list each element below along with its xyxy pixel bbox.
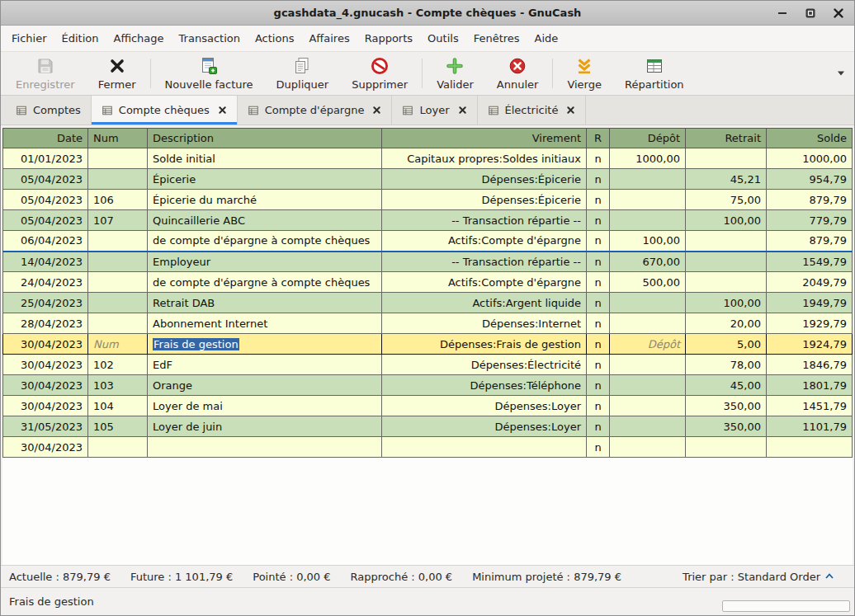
cell-r[interactable]: n <box>587 355 610 375</box>
cell-r[interactable]: n <box>587 190 610 210</box>
register-row[interactable]: 28/04/2023Abonnement InternetDépenses:In… <box>3 313 853 334</box>
cell-retrait[interactable] <box>686 148 767 169</box>
cell-solde[interactable]: 1846,79 <box>767 355 853 375</box>
cell-retrait[interactable]: 350,00 <box>686 396 767 416</box>
cell-solde[interactable]: 779,79 <box>767 210 853 231</box>
cell-solde[interactable]: 2049,79 <box>767 272 853 293</box>
cell-date[interactable]: 06/04/2023 <box>3 231 88 252</box>
cell-depot[interactable]: 670,00 <box>610 252 686 272</box>
cell-description[interactable]: Employeur <box>148 252 382 272</box>
cell-num[interactable]: 107 <box>88 210 148 231</box>
cell-solde[interactable]: 1451,79 <box>767 396 853 416</box>
cell-depot[interactable] <box>610 437 686 458</box>
cell-virement[interactable]: Dépenses:Téléphone <box>382 375 587 396</box>
cell-r[interactable]: n <box>587 210 610 231</box>
cell-description[interactable]: Frais de gestion <box>148 334 382 355</box>
cell-description[interactable]: de compte d'épargne à compte chèques <box>148 231 382 252</box>
cell-description[interactable]: Loyer de juin <box>148 416 382 437</box>
cell-description[interactable]: Abonnement Internet <box>148 313 382 334</box>
cell-description[interactable]: Retrait DAB <box>148 293 382 313</box>
register-row[interactable]: 30/04/2023104Loyer de maiDépenses:Loyern… <box>3 396 853 416</box>
cell-description[interactable]: Solde initial <box>148 148 382 169</box>
cell-num[interactable]: 102 <box>88 355 148 375</box>
cell-depot[interactable]: 1000,00 <box>610 148 686 169</box>
cell-num[interactable]: 104 <box>88 396 148 416</box>
cell-r[interactable]: n <box>587 148 610 169</box>
cell-num[interactable] <box>88 148 148 169</box>
cell-retrait[interactable]: 20,00 <box>686 313 767 334</box>
register-row[interactable]: 30/04/2023n <box>3 437 853 458</box>
cell-virement[interactable]: Dépenses:Loyer <box>382 416 587 437</box>
cell-r[interactable]: n <box>587 169 610 190</box>
repartition-button[interactable]: Répartition <box>613 52 696 95</box>
cell-depot[interactable] <box>610 416 686 437</box>
cell-date[interactable]: 31/05/2023 <box>3 416 88 437</box>
titlebar[interactable]: gcashdata_4.gnucash - Compte chèques - G… <box>1 1 854 26</box>
maximize-icon[interactable] <box>803 6 818 21</box>
cell-description[interactable]: Loyer de mai <box>148 396 382 416</box>
tab-compte-d-epargne[interactable]: Compte d'épargne <box>238 96 393 125</box>
cell-depot[interactable] <box>610 169 686 190</box>
cell-r[interactable]: n <box>587 396 610 416</box>
tab-compte-cheques[interactable]: Compte chèques <box>92 96 238 125</box>
cell-retrait[interactable] <box>686 252 767 272</box>
cell-solde[interactable]: 1949,79 <box>767 293 853 313</box>
cell-description[interactable]: Quincaillerie ABC <box>148 210 382 231</box>
cell-virement[interactable] <box>382 437 587 458</box>
cell-date[interactable]: 25/04/2023 <box>3 293 88 313</box>
cell-retrait[interactable]: 5,00 <box>686 334 767 355</box>
menu-fenetres[interactable]: Fenêtres <box>466 27 527 49</box>
cell-date[interactable]: 30/04/2023 <box>3 437 88 458</box>
vierge-button[interactable]: Vierge <box>555 52 613 95</box>
cell-description[interactable]: Orange <box>148 375 382 396</box>
cell-date[interactable]: 30/04/2023 <box>3 334 88 355</box>
cell-solde[interactable]: 1801,79 <box>767 375 853 396</box>
cell-solde[interactable]: 1929,79 <box>767 313 853 334</box>
cell-virement[interactable]: -- Transaction répartie -- <box>382 210 587 231</box>
register-row[interactable]: 31/05/2023105Loyer de juinDépenses:Loyer… <box>3 416 853 437</box>
menu-aide[interactable]: Aide <box>527 27 566 49</box>
cell-num[interactable] <box>88 272 148 293</box>
cell-num[interactable]: 105 <box>88 416 148 437</box>
cell-retrait[interactable]: 100,00 <box>686 293 767 313</box>
cell-description[interactable] <box>148 437 382 458</box>
fermer-button[interactable]: Fermer <box>87 52 148 95</box>
cell-virement[interactable]: Dépenses:Frais de gestion <box>382 334 587 355</box>
cell-date[interactable]: 30/04/2023 <box>3 375 88 396</box>
cell-depot[interactable]: Dépôt <box>610 334 686 355</box>
cell-description[interactable]: Épicerie <box>148 169 382 190</box>
cell-virement[interactable]: Actifs:Argent liquide <box>382 293 587 313</box>
cell-r[interactable]: n <box>587 293 610 313</box>
cell-virement[interactable]: Dépenses:Électricité <box>382 355 587 375</box>
annuler-button[interactable]: Annuler <box>485 52 550 95</box>
menu-affaires[interactable]: Affaires <box>301 27 357 49</box>
tab-electricite[interactable]: Électricité <box>478 96 587 125</box>
cell-retrait[interactable]: 45,21 <box>686 169 767 190</box>
register-row[interactable]: 30/04/2023102EdFDépenses:Électricitén78,… <box>3 355 853 375</box>
cell-num[interactable] <box>88 293 148 313</box>
cell-retrait[interactable]: 45,00 <box>686 375 767 396</box>
cell-depot[interactable] <box>610 293 686 313</box>
tab-close-icon[interactable] <box>218 106 227 115</box>
register-row[interactable]: 05/04/2023107Quincaillerie ABC-- Transac… <box>3 210 853 231</box>
cell-retrait[interactable] <box>686 437 767 458</box>
cell-virement[interactable]: Dépenses:Loyer <box>382 396 587 416</box>
cell-r[interactable]: n <box>587 272 610 293</box>
cell-r[interactable]: n <box>587 437 610 458</box>
cell-retrait[interactable]: 78,00 <box>686 355 767 375</box>
cell-date[interactable]: 05/04/2023 <box>3 190 88 210</box>
cell-solde[interactable]: 954,79 <box>767 169 853 190</box>
cell-date[interactable]: 05/04/2023 <box>3 169 88 190</box>
cell-depot[interactable] <box>610 355 686 375</box>
cell-description[interactable]: EdF <box>148 355 382 375</box>
menu-affichage[interactable]: Affichage <box>106 27 171 49</box>
cell-retrait[interactable] <box>686 272 767 293</box>
cell-r[interactable]: n <box>587 231 610 252</box>
cell-solde[interactable]: 1101,79 <box>767 416 853 437</box>
cell-depot[interactable] <box>610 190 686 210</box>
minimize-icon[interactable] <box>775 6 790 21</box>
cell-r[interactable]: n <box>587 334 610 355</box>
cell-virement[interactable]: Actifs:Compte d'épargne <box>382 272 587 293</box>
tab-close-icon[interactable] <box>458 106 467 115</box>
cell-retrait[interactable] <box>686 231 767 252</box>
